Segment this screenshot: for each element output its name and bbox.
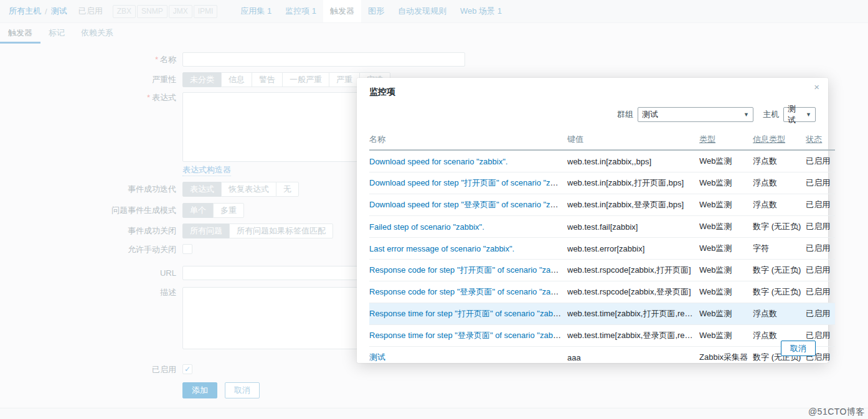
item-value-type: 浮点数 — [753, 150, 806, 172]
item-type: Web监测 — [699, 150, 753, 172]
item-type: Web监测 — [699, 281, 753, 303]
group-select-value: 测试 — [642, 109, 658, 120]
item-key: web.test.rspcode[zabbix,打开页面] — [567, 260, 699, 281]
chevron-down-icon: ▼ — [743, 111, 749, 118]
item-name-link[interactable]: 测试 — [369, 352, 385, 362]
items-table-header: 名称 键值 类型 信息类型 状态 — [369, 130, 835, 150]
header-name: 名称 — [369, 130, 567, 150]
item-key: web.test.rspcode[zabbix,登录页面] — [567, 281, 699, 303]
group-filter-label: 群组 — [617, 109, 633, 120]
item-type: Web监测 — [699, 238, 753, 260]
item-status: 已启用 — [806, 172, 835, 194]
item-status: 已启用 — [806, 260, 835, 281]
item-status: 已启用 — [806, 216, 835, 238]
table-row: Response code for step "登录页面" of scenari… — [369, 281, 835, 303]
table-row-highlighted: Response time for step "打开页面" of scenari… — [369, 303, 835, 325]
item-key: web.test.in[zabbix,打开页面,bps] — [567, 172, 699, 194]
table-row: Response time for step "登录页面" of scenari… — [369, 325, 835, 347]
table-row: 测试 aaa Zabbix采集器 数字 (无正负) 已启用 — [369, 347, 835, 369]
item-value-type: 浮点数 — [753, 172, 806, 194]
table-row: Failed step of scenario "zabbix". web.te… — [369, 216, 835, 238]
items-modal: 监控项 × 群组 测试 ▼ 主机 测试 ▼ 名称 键值 类型 信息类型 状态 D… — [357, 78, 828, 363]
item-key: web.test.time[zabbix,登录页面,resp] — [567, 325, 699, 347]
table-row: Response code for step "打开页面" of scenari… — [369, 260, 835, 281]
header-type[interactable]: 类型 — [699, 130, 753, 150]
item-status: 已启用 — [806, 238, 835, 260]
item-type: Web监测 — [699, 303, 753, 325]
header-value-type[interactable]: 信息类型 — [753, 130, 806, 150]
host-select[interactable]: 测试 ▼ — [783, 107, 816, 122]
close-icon[interactable]: × — [811, 80, 822, 93]
chevron-down-icon: ▼ — [806, 111, 811, 118]
modal-title: 监控项 — [369, 87, 816, 98]
item-key: web.test.fail[zabbix] — [567, 216, 699, 238]
item-name-link[interactable]: Response time for step "打开页面" of scenari… — [369, 309, 567, 318]
host-select-value: 测试 — [788, 103, 801, 126]
item-key: web.test.time[zabbix,打开页面,resp] — [567, 303, 699, 325]
table-row: Download speed for step "打开页面" of scenar… — [369, 172, 835, 194]
table-row: Last error message of scenario "zabbix".… — [369, 238, 835, 260]
item-type: Zabbix采集器 — [699, 347, 753, 369]
modal-cancel-button[interactable]: 取消 — [781, 341, 816, 356]
item-type: Web监测 — [699, 325, 753, 347]
item-value-type: 数字 (无正负) — [753, 260, 806, 281]
table-row: Download speed for step "登录页面" of scenar… — [369, 194, 835, 216]
item-value-type: 数字 (无正负) — [753, 281, 806, 303]
item-key: aaa — [567, 347, 699, 369]
items-table: 名称 键值 类型 信息类型 状态 Download speed for scen… — [369, 130, 835, 368]
watermark: @51CTO博客 — [808, 407, 865, 418]
item-status: 已启用 — [806, 303, 835, 325]
item-status: 已启用 — [806, 150, 835, 172]
item-value-type: 字符 — [753, 238, 806, 260]
group-select[interactable]: 测试 ▼ — [638, 107, 753, 122]
modal-filter-row: 群组 测试 ▼ 主机 测试 ▼ — [369, 107, 816, 122]
item-name-link[interactable]: Download speed for scenario "zabbix". — [369, 157, 507, 166]
header-key: 键值 — [567, 130, 699, 150]
host-filter-label: 主机 — [763, 109, 779, 120]
item-key: web.test.error[zabbix] — [567, 238, 699, 260]
item-type: Web监测 — [699, 216, 753, 238]
table-row: Download speed for scenario "zabbix". we… — [369, 150, 835, 172]
item-type: Web监测 — [699, 172, 753, 194]
item-key: web.test.in[zabbix,,bps] — [567, 150, 699, 172]
item-value-type: 浮点数 — [753, 303, 806, 325]
item-name-link[interactable]: Last error message of scenario "zabbix". — [369, 244, 514, 253]
item-name-link[interactable]: Response code for step "登录页面" of scenari… — [369, 287, 567, 296]
item-name-link[interactable]: Response time for step "登录页面" of scenari… — [369, 331, 567, 340]
item-name-link[interactable]: Download speed for step "打开页面" of scenar… — [369, 178, 567, 187]
item-type: Web监测 — [699, 260, 753, 281]
item-key: web.test.in[zabbix,登录页面,bps] — [567, 194, 699, 216]
item-type: Web监测 — [699, 194, 753, 216]
item-value-type: 浮点数 — [753, 194, 806, 216]
item-name-link[interactable]: Failed step of scenario "zabbix". — [369, 222, 484, 232]
item-status: 已启用 — [806, 281, 835, 303]
item-value-type: 数字 (无正负) — [753, 216, 806, 238]
item-name-link[interactable]: Response code for step "打开页面" of scenari… — [369, 265, 567, 275]
item-name-link[interactable]: Download speed for step "登录页面" of scenar… — [369, 200, 567, 209]
item-status: 已启用 — [806, 194, 835, 216]
header-status[interactable]: 状态 — [806, 130, 835, 150]
